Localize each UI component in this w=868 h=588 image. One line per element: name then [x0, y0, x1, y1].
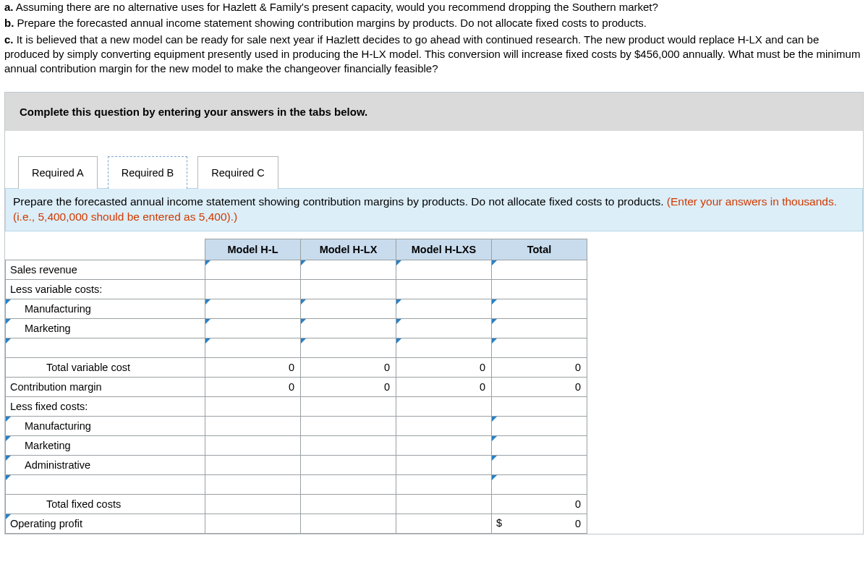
text-var-mkt: Marketing	[25, 323, 71, 334]
label-cm: Contribution margin	[6, 378, 205, 397]
edit-indicator-icon	[492, 436, 497, 441]
row-blank2	[6, 475, 587, 495]
cell-lessfix-total	[492, 397, 587, 417]
row-fix-marketing: Marketing	[6, 436, 587, 456]
question-b-text: Prepare the forecasted annual income sta…	[17, 17, 647, 29]
cell-opprofit-total: $ 0	[492, 514, 587, 534]
cell-fixmkt-total[interactable]	[492, 436, 587, 456]
text-fix-admin: Administrative	[25, 459, 90, 471]
label-fix-admin[interactable]: Administrative	[6, 456, 205, 475]
cell-cm-hlxs: 0	[396, 378, 492, 397]
cell-fixadmin-hlx	[301, 456, 396, 475]
cell-varmfg-hlx[interactable]	[301, 299, 396, 319]
edit-indicator-icon	[396, 260, 401, 265]
cell-blank1-hlxs[interactable]	[396, 338, 492, 358]
label-fix-mkt[interactable]: Marketing	[6, 436, 205, 456]
cell-lessvar-hl	[205, 280, 301, 299]
edit-indicator-icon	[396, 319, 401, 324]
row-var-marketing: Marketing	[6, 319, 587, 338]
tab-required-b[interactable]: Required B	[108, 156, 188, 189]
cell-varmfg-total[interactable]	[492, 299, 587, 319]
cell-varmkt-hl[interactable]	[205, 319, 301, 338]
cell-fixadmin-total[interactable]	[492, 456, 587, 475]
currency-symbol: $	[496, 517, 502, 529]
edit-indicator-icon	[6, 299, 11, 304]
cell-totvar-hlxs: 0	[396, 358, 492, 378]
header-row: Model H-L Model H-LX Model H-LXS Total	[6, 239, 587, 260]
instruction-bar: Complete this question by entering your …	[5, 93, 863, 131]
val-cm-hlx: 0	[305, 381, 391, 393]
edit-indicator-icon	[301, 260, 306, 265]
cell-fixmfg-total[interactable]	[492, 417, 587, 436]
cell-sales-hlxs[interactable]	[396, 260, 492, 280]
text-fix-mkt: Marketing	[25, 440, 71, 451]
val-totvar-total: 0	[496, 362, 582, 373]
label-fix-mfg[interactable]: Manufacturing	[6, 417, 205, 436]
cell-lessfix-hlx	[301, 397, 396, 417]
edit-indicator-icon	[205, 260, 210, 265]
tab-required-a[interactable]: Required A	[18, 156, 98, 189]
cell-fixadmin-hlxs	[396, 456, 492, 475]
cell-sales-total[interactable]	[492, 260, 587, 280]
val-cm-total: 0	[496, 381, 582, 393]
cell-varmkt-total[interactable]	[492, 319, 587, 338]
cell-sales-hl[interactable]	[205, 260, 301, 280]
cell-varmfg-hlxs[interactable]	[396, 299, 492, 319]
cell-blank2-hlxs	[396, 475, 492, 495]
val-cm-hlxs: 0	[401, 381, 487, 393]
cell-totfix-hl	[205, 495, 301, 514]
cell-blank1-hlx[interactable]	[301, 338, 396, 358]
cell-varmkt-hlx[interactable]	[301, 319, 396, 338]
edit-indicator-icon	[205, 319, 210, 324]
income-table-wrap: Model H-L Model H-LX Model H-LXS Total S…	[5, 231, 863, 534]
label-tot-fixed: Total fixed costs	[6, 495, 205, 514]
header-model-hlxs: Model H-LXS	[396, 239, 492, 260]
row-var-manufacturing: Manufacturing	[6, 299, 587, 319]
edit-indicator-icon	[396, 338, 401, 344]
cell-lessfix-hl	[205, 397, 301, 417]
label-blank2[interactable]	[6, 475, 205, 495]
label-less-fixed: Less fixed costs:	[6, 397, 205, 417]
label-tot-var: Total variable cost	[6, 358, 205, 378]
cell-lessvar-total	[492, 280, 587, 299]
tab-required-c[interactable]: Required C	[197, 156, 278, 189]
cell-cm-total: 0	[492, 378, 587, 397]
row-operating-profit: Operating profit $ 0	[6, 514, 587, 534]
edit-indicator-icon	[6, 514, 11, 519]
val-cm-hl: 0	[210, 381, 296, 393]
edit-indicator-icon	[492, 260, 497, 265]
edit-indicator-icon	[6, 475, 11, 480]
cell-totfix-total: 0	[492, 495, 587, 514]
label-var-mkt[interactable]: Marketing	[6, 319, 205, 338]
cell-fixmfg-hlx	[301, 417, 396, 436]
header-total: Total	[492, 239, 587, 260]
row-total-fixed: Total fixed costs 0	[6, 495, 587, 514]
question-a-label: a.	[4, 1, 14, 13]
cell-blank1-hl[interactable]	[205, 338, 301, 358]
edit-indicator-icon	[492, 417, 497, 422]
cell-fixmfg-hlxs	[396, 417, 492, 436]
answer-panel: Complete this question by entering your …	[4, 92, 864, 534]
cell-blank2-total[interactable]	[492, 475, 587, 495]
text-op-profit: Operating profit	[10, 518, 82, 529]
cell-lessfix-hlxs	[396, 397, 492, 417]
edit-indicator-icon	[6, 436, 11, 441]
edit-indicator-icon	[492, 319, 497, 324]
edit-indicator-icon	[396, 299, 401, 304]
cell-blank2-hl	[205, 475, 301, 495]
label-op-profit[interactable]: Operating profit	[6, 514, 205, 534]
cell-totvar-hl: 0	[205, 358, 301, 378]
question-block: a. Assuming there are no alternative use…	[0, 0, 868, 76]
cell-cm-hlx: 0	[301, 378, 396, 397]
cell-blank1-total[interactable]	[492, 338, 587, 358]
edit-indicator-icon	[492, 338, 497, 344]
label-var-mfg[interactable]: Manufacturing	[6, 299, 205, 319]
cell-varmfg-hl[interactable]	[205, 299, 301, 319]
cell-sales-hlx[interactable]	[301, 260, 396, 280]
cell-totvar-hlx: 0	[301, 358, 396, 378]
row-fix-manufacturing: Manufacturing	[6, 417, 587, 436]
row-contribution-margin: Contribution margin 0 0 0 0	[6, 378, 587, 397]
cell-varmkt-hlxs[interactable]	[396, 319, 492, 338]
label-blank1[interactable]	[6, 338, 205, 358]
cell-lessvar-hlx	[301, 280, 396, 299]
